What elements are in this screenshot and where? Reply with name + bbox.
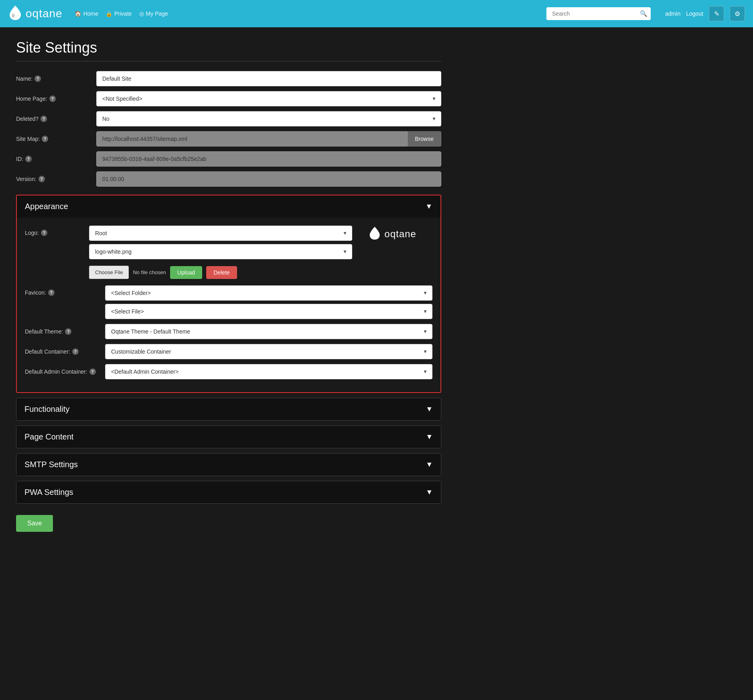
- sitemap-input-group: Browse: [96, 131, 441, 147]
- homepage-select[interactable]: <Not Specified>: [96, 91, 441, 106]
- brand-name: oqtane: [26, 7, 63, 20]
- functionality-header[interactable]: Functionality ▼: [16, 398, 441, 420]
- smtp-settings-section: SMTP Settings ▼: [16, 453, 441, 476]
- favicon-row: Favicon: ? <Select Folder> ▼ <Select Fil…: [25, 285, 432, 319]
- logo-label: Logo: ?: [25, 226, 89, 236]
- basic-settings-section: Name: ? Home Page: ? <Not Specified> ▼ D…: [16, 71, 441, 187]
- smtp-chevron-icon: ▼: [426, 460, 433, 469]
- default-admin-container-select[interactable]: <Default Admin Container>: [105, 364, 432, 379]
- favicon-help-icon[interactable]: ?: [48, 289, 55, 296]
- default-container-select[interactable]: Customizable Container: [105, 344, 432, 359]
- save-button[interactable]: Save: [16, 515, 53, 532]
- logout-button[interactable]: Logout: [686, 10, 703, 17]
- default-theme-label: Default Theme: ?: [25, 328, 105, 335]
- navbar: oqtane 🏠 Home 🔒 Private ◎ My Page 🔍 admi…: [0, 0, 753, 27]
- homepage-label: Home Page: ?: [16, 96, 96, 102]
- default-admin-container-label: Default Admin Container: ?: [25, 368, 105, 375]
- id-help-icon[interactable]: ?: [25, 156, 32, 162]
- smtp-header[interactable]: SMTP Settings ▼: [16, 454, 441, 476]
- page-content-chevron-icon: ▼: [426, 433, 433, 441]
- functionality-chevron-icon: ▼: [426, 405, 433, 413]
- name-help-icon[interactable]: ?: [35, 75, 41, 82]
- sitemap-input[interactable]: [96, 131, 408, 147]
- deleted-help-icon[interactable]: ?: [41, 116, 47, 122]
- pwa-chevron-icon: ▼: [426, 488, 433, 497]
- nav-home[interactable]: 🏠 Home: [75, 10, 98, 17]
- functionality-section: Functionality ▼: [16, 398, 441, 421]
- deleted-select[interactable]: No: [96, 111, 441, 126]
- browse-button[interactable]: Browse: [408, 131, 441, 147]
- smtp-title: SMTP Settings: [24, 460, 78, 469]
- page-content-section: Page Content ▼: [16, 425, 441, 448]
- search-input[interactable]: [546, 7, 651, 20]
- logo-help-icon[interactable]: ?: [41, 230, 47, 236]
- upload-button[interactable]: Upload: [170, 266, 202, 279]
- brand-droplet-icon: [8, 5, 22, 23]
- deleted-label: Deleted? ?: [16, 116, 96, 122]
- nav-mypage[interactable]: ◎ My Page: [139, 10, 168, 17]
- logo-row: Logo: ? Root ▼ logo-white.png: [25, 226, 432, 279]
- search-button[interactable]: 🔍: [640, 10, 647, 17]
- favicon-label: Favicon: ?: [25, 285, 105, 296]
- id-label: ID: ?: [16, 156, 96, 162]
- default-container-label: Default Container: ?: [25, 348, 105, 355]
- logo-file-wrapper: logo-white.png ▼: [89, 244, 352, 259]
- favicon-fields: <Select Folder> ▼ <Select File> ▼: [105, 285, 432, 319]
- default-theme-select[interactable]: Oqtane Theme - Default Theme: [105, 324, 432, 339]
- default-admin-container-help-icon[interactable]: ?: [89, 368, 96, 375]
- name-label: Name: ?: [16, 75, 96, 82]
- homepage-row: Home Page: ? <Not Specified> ▼: [16, 91, 441, 106]
- main-content: Site Settings Name: ? Home Page: ? <Not …: [0, 27, 457, 544]
- homepage-select-wrapper: <Not Specified> ▼: [96, 91, 441, 106]
- settings-button[interactable]: ⚙: [730, 6, 745, 21]
- default-admin-container-wrapper: <Default Admin Container> ▼: [105, 364, 432, 379]
- settings-icon: ⚙: [735, 10, 740, 18]
- appearance-header[interactable]: Appearance ▼: [17, 195, 440, 218]
- logo-preview-droplet-icon: [368, 226, 381, 242]
- default-container-help-icon[interactable]: ?: [72, 348, 79, 355]
- appearance-body: Logo: ? Root ▼ logo-white.png: [17, 218, 440, 392]
- version-help-icon[interactable]: ?: [39, 176, 45, 182]
- svg-point-0: [12, 14, 15, 18]
- page-content-title: Page Content: [24, 432, 73, 442]
- sitemap-label: Site Map: ?: [16, 136, 96, 142]
- circle-icon: ◎: [139, 10, 144, 17]
- logo-preview-brand: oqtane: [368, 226, 416, 242]
- logo-preview-text: oqtane: [384, 228, 416, 240]
- favicon-folder-wrapper: <Select Folder> ▼: [105, 285, 432, 301]
- nav-mypage-label: My Page: [146, 10, 168, 17]
- default-theme-wrapper: Oqtane Theme - Default Theme ▼: [105, 324, 432, 339]
- logo-file-select[interactable]: logo-white.png: [89, 244, 352, 259]
- logo-preview: oqtane: [352, 226, 432, 242]
- version-label: Version: ?: [16, 176, 96, 182]
- nav-private-label: Private: [114, 10, 132, 17]
- deleted-select-wrapper: No ▼: [96, 111, 441, 126]
- homepage-help-icon[interactable]: ?: [49, 96, 56, 102]
- brand-logo[interactable]: oqtane: [8, 5, 63, 23]
- version-input: [96, 171, 441, 187]
- favicon-file-select[interactable]: <Select File>: [105, 304, 432, 319]
- sitemap-row: Site Map: ? Browse: [16, 131, 441, 147]
- edit-button[interactable]: ✎: [709, 6, 724, 21]
- favicon-folder-select[interactable]: <Select Folder>: [105, 285, 432, 301]
- username-label: admin: [665, 10, 680, 17]
- home-icon: 🏠: [75, 10, 81, 17]
- logo-folder-select[interactable]: Root: [89, 226, 352, 241]
- name-input[interactable]: [96, 71, 441, 86]
- user-area: admin Logout ✎ ⚙: [665, 6, 745, 21]
- appearance-title: Appearance: [25, 202, 68, 211]
- page-content-header[interactable]: Page Content ▼: [16, 426, 441, 448]
- default-theme-row: Default Theme: ? Oqtane Theme - Default …: [25, 324, 432, 339]
- delete-button[interactable]: Delete: [206, 266, 237, 279]
- edit-icon: ✎: [714, 10, 719, 18]
- default-theme-help-icon[interactable]: ?: [65, 328, 71, 335]
- pwa-header[interactable]: PWA Settings ▼: [16, 481, 441, 503]
- id-row: ID: ?: [16, 151, 441, 167]
- nav-home-label: Home: [83, 10, 98, 17]
- nav-private[interactable]: 🔒 Private: [106, 10, 132, 17]
- default-container-row: Default Container: ? Customizable Contai…: [25, 344, 432, 359]
- pwa-title: PWA Settings: [24, 488, 73, 497]
- choose-file-button[interactable]: Choose File: [89, 266, 129, 279]
- sitemap-help-icon[interactable]: ?: [42, 136, 48, 142]
- page-title: Site Settings: [16, 39, 441, 61]
